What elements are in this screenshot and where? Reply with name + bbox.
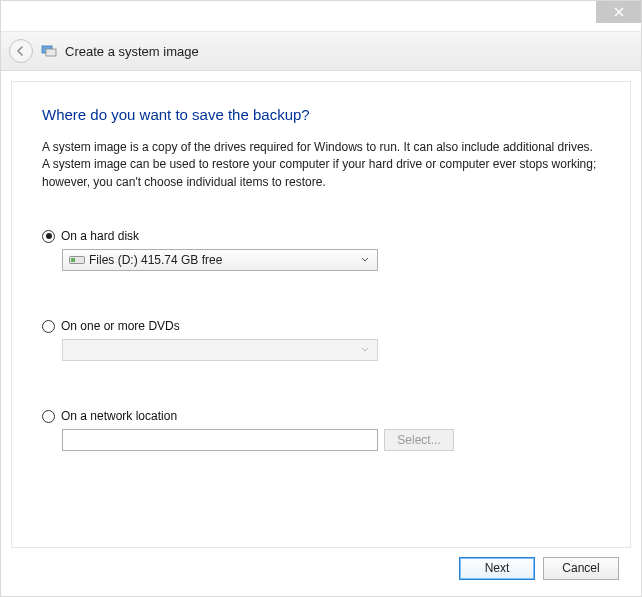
page-description: A system image is a copy of the drives r… <box>42 139 600 191</box>
select-network-button-label: Select... <box>397 433 440 447</box>
radio-hard-disk[interactable] <box>42 230 55 243</box>
select-network-button: Select... <box>384 429 454 451</box>
close-button[interactable] <box>596 1 641 23</box>
dvd-drive-select <box>62 339 378 361</box>
system-image-icon <box>41 43 57 59</box>
back-button[interactable] <box>9 39 33 63</box>
wizard-content: Where do you want to save the backup? A … <box>11 81 631 548</box>
option-dvd-label: On one or more DVDs <box>61 319 180 333</box>
svg-rect-3 <box>46 49 56 56</box>
option-network-row[interactable]: On a network location <box>42 409 600 423</box>
cancel-button-label: Cancel <box>562 561 599 575</box>
svg-rect-5 <box>71 258 75 262</box>
hard-disk-drive-select[interactable]: Files (D:) 415.74 GB free <box>62 249 378 271</box>
page-heading: Where do you want to save the backup? <box>42 106 600 123</box>
wizard-footer: Next Cancel <box>11 548 631 588</box>
option-network: On a network location Select... <box>42 409 600 451</box>
next-button[interactable]: Next <box>459 557 535 580</box>
window-title: Create a system image <box>65 44 199 59</box>
close-icon <box>614 7 624 17</box>
option-dvd: On one or more DVDs <box>42 319 600 361</box>
drive-icon <box>69 254 85 266</box>
next-button-label: Next <box>485 561 510 575</box>
option-hard-disk-label: On a hard disk <box>61 229 139 243</box>
radio-dvd[interactable] <box>42 320 55 333</box>
radio-network[interactable] <box>42 410 55 423</box>
network-path-input[interactable] <box>62 429 378 451</box>
chevron-down-icon <box>357 347 373 353</box>
option-network-label: On a network location <box>61 409 177 423</box>
wizard-window: Create a system image Where do you want … <box>0 0 642 597</box>
option-hard-disk-row[interactable]: On a hard disk <box>42 229 600 243</box>
hard-disk-drive-value: Files (D:) 415.74 GB free <box>89 253 222 267</box>
titlebar <box>1 1 641 31</box>
back-arrow-icon <box>15 45 27 57</box>
cancel-button[interactable]: Cancel <box>543 557 619 580</box>
wizard-header: Create a system image <box>1 31 641 71</box>
content-wrapper: Where do you want to save the backup? A … <box>1 71 641 596</box>
option-dvd-row[interactable]: On one or more DVDs <box>42 319 600 333</box>
option-hard-disk: On a hard disk Files (D:) 415.74 GB free <box>42 229 600 271</box>
chevron-down-icon <box>357 257 373 263</box>
